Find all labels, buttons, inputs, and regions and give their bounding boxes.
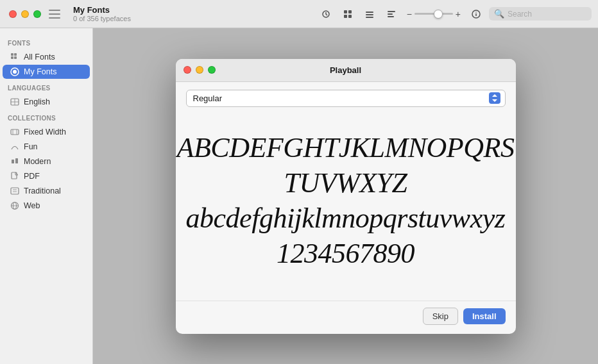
install-button[interactable]: Install	[463, 308, 506, 324]
preview-line1: ABCDEFGHTJKLMNOPQRS	[177, 132, 515, 163]
web-icon	[10, 201, 19, 210]
skip-button[interactable]: Skip	[423, 308, 458, 325]
main-layout: Fonts All Fonts My Fonts Language	[0, 28, 598, 364]
search-icon: 🔍	[494, 9, 504, 19]
svg-point-13	[475, 12, 476, 12]
sidebar-item-english[interactable]: English	[3, 95, 90, 109]
font-size-slider[interactable]: − +	[407, 9, 461, 19]
detail-view-button[interactable]	[382, 7, 400, 21]
modal-title: Playball	[330, 65, 361, 75]
modal-window-controls	[184, 66, 216, 74]
font-preview-text: ABCDEFGHTJKLMNOPQRS TUVWXYZ abcdefghijkl…	[177, 130, 515, 271]
preview-button[interactable]	[317, 7, 335, 21]
svg-rect-17	[14, 56, 17, 59]
modal-footer: Skip Install	[176, 301, 516, 334]
modal-titlebar: Playball	[176, 59, 516, 82]
titlebar: My Fonts 0 of 356 typefaces	[0, 0, 598, 28]
pdf-label: PDF	[24, 172, 40, 181]
sidebar-item-fixed-width[interactable]: Fixed Width	[3, 125, 90, 139]
close-button[interactable]	[9, 10, 17, 18]
grid-view-button[interactable]	[339, 7, 357, 21]
svg-rect-16	[11, 56, 13, 59]
svg-rect-10	[388, 16, 394, 17]
list-view-button[interactable]	[361, 7, 379, 21]
fonts-section-label: Fonts	[0, 35, 92, 49]
modal-close-button[interactable]	[184, 66, 191, 74]
svg-rect-23	[11, 129, 19, 135]
svg-rect-29	[11, 188, 19, 194]
svg-point-19	[13, 70, 17, 74]
english-label: English	[24, 97, 50, 106]
titlebar-title: My Fonts	[73, 5, 131, 15]
svg-rect-2	[348, 10, 352, 13]
svg-rect-27	[15, 158, 18, 163]
languages-section-label: Languages	[0, 79, 92, 94]
maximize-button[interactable]	[33, 10, 41, 18]
all-fonts-label: All Fonts	[24, 53, 55, 62]
traditional-icon	[10, 186, 19, 195]
preview-line4: 1234567890	[277, 238, 414, 269]
fixed-width-label: Fixed Width	[24, 128, 66, 136]
sidebar-item-my-fonts[interactable]: My Fonts	[3, 65, 90, 79]
size-increase-button[interactable]: +	[456, 9, 461, 19]
svg-rect-5	[366, 12, 373, 13]
sidebar-toggle-button[interactable]	[49, 10, 60, 19]
modal-dialog: Playball Regular ABCDEFG	[176, 59, 516, 334]
modal-overlay: Playball Regular ABCDEFG	[93, 28, 598, 364]
my-fonts-label: My Fonts	[24, 67, 56, 76]
sidebar-item-fun[interactable]: Fun	[3, 140, 90, 154]
svg-rect-9	[388, 13, 393, 15]
window-controls	[0, 10, 41, 18]
collections-section-label: Collections	[0, 110, 92, 124]
slider-track[interactable]	[414, 13, 453, 15]
sidebar-item-pdf[interactable]: PDF	[3, 169, 90, 183]
style-select-wrapper: Regular	[186, 90, 506, 107]
size-decrease-button[interactable]: −	[407, 9, 412, 19]
svg-rect-15	[14, 53, 17, 56]
pdf-icon	[10, 172, 19, 181]
my-fonts-icon	[10, 67, 19, 76]
search-box[interactable]: 🔍	[489, 7, 592, 21]
svg-rect-26	[12, 160, 14, 163]
svg-rect-7	[366, 17, 373, 18]
svg-rect-8	[388, 11, 395, 12]
traditional-label: Traditional	[24, 186, 61, 195]
modern-icon	[10, 157, 19, 166]
modal-minimize-button[interactable]	[196, 66, 203, 74]
content-area: Playball Regular ABCDEFG	[93, 28, 598, 364]
sidebar-item-modern[interactable]: Modern	[3, 154, 90, 169]
svg-rect-3	[344, 15, 347, 18]
fun-icon	[10, 142, 19, 151]
modal-body: Regular ABCDEFGHTJKLMNOPQRS TUVWXYZ abcd…	[176, 82, 516, 301]
svg-rect-6	[366, 14, 373, 15]
all-fonts-icon	[10, 53, 19, 62]
titlebar-subtitle: 0 of 356 typefaces	[73, 15, 131, 22]
preview-line3: abcdefghijklmnopqrstuvwxyz	[186, 203, 506, 234]
fixed-width-icon	[10, 128, 19, 136]
titlebar-info: My Fonts 0 of 356 typefaces	[73, 5, 131, 22]
svg-rect-14	[11, 53, 13, 56]
sidebar: Fonts All Fonts My Fonts Language	[0, 28, 93, 364]
modern-label: Modern	[24, 157, 51, 166]
slider-thumb[interactable]	[434, 10, 443, 19]
style-select[interactable]: Regular	[186, 90, 506, 107]
toolbar-actions: − + 🔍	[317, 7, 598, 21]
web-label: Web	[24, 201, 40, 210]
sidebar-item-traditional[interactable]: Traditional	[3, 184, 90, 198]
preview-line2: TUVWXYZ	[284, 167, 407, 199]
svg-rect-1	[344, 10, 347, 13]
svg-rect-4	[348, 15, 352, 18]
sidebar-item-all-fonts[interactable]: All Fonts	[3, 50, 90, 64]
fun-label: Fun	[24, 142, 38, 151]
sidebar-item-web[interactable]: Web	[3, 199, 90, 213]
style-select-row: Regular	[186, 90, 506, 107]
modal-maximize-button[interactable]	[208, 66, 216, 74]
english-icon	[10, 97, 19, 106]
minimize-button[interactable]	[21, 10, 29, 18]
search-input[interactable]	[508, 10, 585, 19]
info-button[interactable]	[467, 7, 485, 21]
font-preview-area: ABCDEFGHTJKLMNOPQRS TUVWXYZ abcdefghijkl…	[186, 117, 506, 290]
